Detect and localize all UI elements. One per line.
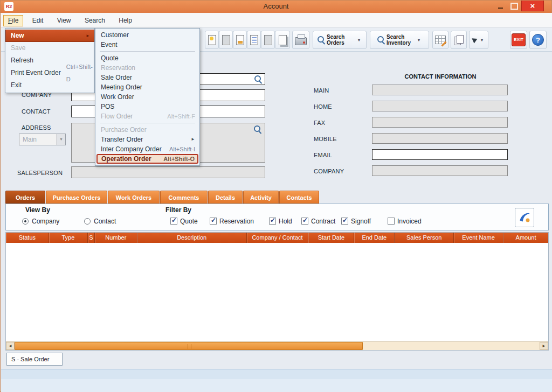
column-start-date[interactable]: Start Date bbox=[308, 233, 354, 243]
file-dropdown-menu: New ► Save Refresh Print Event Order Ctr… bbox=[5, 28, 95, 93]
scroll-right-arrow-icon[interactable]: ► bbox=[540, 342, 548, 350]
column-end-date[interactable]: End Date bbox=[354, 233, 395, 243]
filter-reservation-checkbox[interactable] bbox=[210, 218, 217, 225]
view-by-company-radio[interactable] bbox=[22, 218, 29, 225]
new-document-icon bbox=[208, 35, 216, 45]
menu-search[interactable]: Search bbox=[80, 15, 110, 26]
chevron-down-icon[interactable]: ▼ bbox=[479, 38, 485, 42]
column-type[interactable]: Type bbox=[49, 233, 88, 243]
file-menu-item-print-event-order[interactable]: Print Event Order Ctrl+Shift-D bbox=[5, 67, 94, 79]
mobile-label: MOBILE bbox=[314, 136, 337, 142]
submenu-item-pos[interactable]: POS bbox=[95, 102, 199, 111]
submenu-item-meeting-order[interactable]: Meeting Order bbox=[95, 82, 199, 92]
chevron-down-icon[interactable]: ▼ bbox=[57, 134, 65, 145]
submenu-item-sale-order[interactable]: Sale Order bbox=[95, 73, 199, 82]
print-button[interactable] bbox=[292, 31, 309, 49]
close-button[interactable] bbox=[521, 1, 544, 11]
filter-by-label: Filter By bbox=[165, 206, 191, 214]
pointer-tool-button[interactable]: ▼ bbox=[469, 31, 488, 49]
filter-panel: View By Company Contact Filter By Quote … bbox=[5, 204, 549, 230]
home-phone-field bbox=[372, 101, 508, 111]
address-type-value: Main bbox=[23, 136, 37, 143]
document-gray-button[interactable] bbox=[261, 31, 275, 49]
filter-hold-label: Hold bbox=[279, 218, 292, 225]
submenu-item-flow-order[interactable]: Flow Order Alt+Shift-F bbox=[95, 111, 199, 121]
search-inventory-button[interactable]: Search Inventory ▼ bbox=[370, 31, 429, 49]
menu-file[interactable]: File bbox=[3, 15, 23, 26]
menu-edit[interactable]: Edit bbox=[27, 15, 49, 26]
salesperson-label: SALESPERSON bbox=[17, 170, 63, 176]
tab-work-orders[interactable]: Work Orders bbox=[108, 191, 160, 204]
minimize-button[interactable] bbox=[493, 1, 507, 11]
tab-comments[interactable]: Comments bbox=[160, 191, 208, 204]
column-status[interactable]: Status bbox=[6, 233, 49, 243]
view-by-contact-radio[interactable] bbox=[84, 218, 91, 225]
submenu-item-quote[interactable]: Quote bbox=[95, 53, 199, 63]
maximize-button[interactable] bbox=[507, 1, 521, 11]
scrollbar-thumb[interactable] bbox=[15, 342, 363, 350]
column-sales-person[interactable]: Sales Person bbox=[395, 233, 454, 243]
pointer-icon bbox=[472, 37, 478, 44]
tab-details[interactable]: Details bbox=[208, 191, 243, 204]
menu-view[interactable]: View bbox=[52, 15, 76, 26]
document-icon bbox=[222, 35, 230, 45]
tab-activity[interactable]: Activity bbox=[243, 191, 279, 204]
submenu-item-operation-order[interactable]: Operation Order Alt+Shift-O bbox=[96, 154, 198, 164]
search-icon[interactable] bbox=[254, 75, 262, 83]
submenu-item-purchase-order[interactable]: Purchase Order bbox=[95, 125, 199, 135]
column-event-name[interactable]: Event Name bbox=[454, 233, 503, 243]
document-icon bbox=[264, 35, 272, 45]
document-mark-icon bbox=[236, 35, 244, 45]
filter-quote-checkbox[interactable] bbox=[170, 218, 177, 225]
save-document-button[interactable] bbox=[233, 31, 247, 49]
tab-purchase-orders[interactable]: Purchase Orders bbox=[46, 191, 107, 204]
quick-view-button[interactable] bbox=[515, 208, 534, 227]
document-stack-icon bbox=[279, 35, 287, 45]
filter-hold-checkbox[interactable] bbox=[269, 218, 276, 225]
menu-help[interactable]: Help bbox=[114, 15, 137, 26]
file-menu-item-save[interactable]: Save bbox=[5, 42, 94, 54]
submenu-item-reservation[interactable]: Reservation bbox=[95, 63, 199, 73]
search-orders-button[interactable]: Search Orders ▼ bbox=[313, 31, 367, 49]
file-menu-item-new[interactable]: New ► bbox=[5, 30, 94, 42]
chevron-down-icon[interactable]: ▼ bbox=[416, 38, 422, 42]
document-stack-button[interactable] bbox=[275, 31, 290, 49]
orders-grid: Status Type S Number Description Company… bbox=[5, 232, 549, 351]
column-number[interactable]: Number bbox=[95, 233, 137, 243]
column-company-contact[interactable]: Company / Contact bbox=[247, 233, 309, 243]
horizontal-scrollbar[interactable]: ◄ ► bbox=[6, 341, 548, 350]
tab-bar: Orders Purchase Orders Work Orders Comme… bbox=[5, 191, 319, 204]
exit-button[interactable]: EXIT bbox=[510, 31, 527, 49]
document-lines-button[interactable] bbox=[247, 31, 261, 49]
column-s[interactable]: S bbox=[88, 233, 95, 243]
chevron-down-icon[interactable]: ▼ bbox=[356, 38, 362, 42]
search-icon bbox=[318, 36, 325, 44]
email-field[interactable] bbox=[372, 149, 508, 160]
printer-icon bbox=[295, 37, 307, 45]
submenu-item-event[interactable]: Event bbox=[95, 40, 199, 50]
mobile-field bbox=[372, 133, 508, 144]
search-icon[interactable] bbox=[254, 125, 261, 133]
edit-grid-button[interactable] bbox=[432, 31, 448, 49]
filter-contract-checkbox[interactable] bbox=[301, 218, 308, 225]
new-document-button[interactable] bbox=[205, 31, 219, 49]
address-type-select[interactable]: Main ▼ bbox=[19, 134, 66, 145]
column-description[interactable]: Description bbox=[137, 233, 247, 243]
submenu-item-transfer-order[interactable]: Transfer Order ► bbox=[95, 135, 199, 144]
contact-information-title: CONTACT INFORMATION bbox=[373, 73, 508, 80]
filter-invoiced-checkbox[interactable] bbox=[388, 218, 395, 225]
titlebar[interactable]: R2 Account bbox=[1, 1, 551, 13]
search-view-icon bbox=[518, 211, 532, 225]
scroll-left-arrow-icon[interactable]: ◄ bbox=[6, 342, 15, 350]
submenu-item-customer[interactable]: Customer bbox=[95, 30, 199, 40]
help-button[interactable]: ? bbox=[529, 31, 547, 49]
filter-signoff-checkbox[interactable] bbox=[341, 218, 348, 225]
copy-button[interactable] bbox=[451, 31, 467, 49]
column-amount[interactable]: Amount bbox=[503, 233, 548, 243]
tab-orders[interactable]: Orders bbox=[5, 191, 45, 204]
submenu-item-inter-company-order[interactable]: Inter Company Order Alt+Shift-I bbox=[95, 144, 199, 154]
submenu-item-work-order[interactable]: Work Order bbox=[95, 92, 199, 102]
open-document-button[interactable] bbox=[219, 31, 233, 49]
view-by-contact-label: Contact bbox=[94, 218, 116, 225]
tab-contacts[interactable]: Contacts bbox=[279, 191, 319, 204]
